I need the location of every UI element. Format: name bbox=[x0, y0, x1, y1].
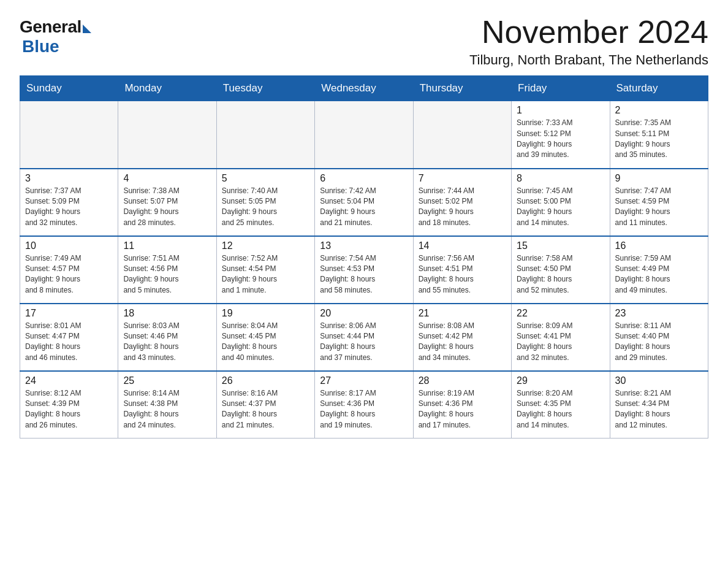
day-number: 18 bbox=[123, 308, 211, 319]
calendar-day-cell: 6Sunrise: 7:42 AM Sunset: 5:04 PM Daylig… bbox=[315, 169, 413, 236]
calendar-day-cell: 20Sunrise: 8:06 AM Sunset: 4:44 PM Dayli… bbox=[315, 304, 413, 371]
calendar-day-cell: 21Sunrise: 8:08 AM Sunset: 4:42 PM Dayli… bbox=[413, 304, 511, 371]
day-number: 19 bbox=[222, 308, 309, 319]
calendar-day-cell: 16Sunrise: 7:59 AM Sunset: 4:49 PM Dayli… bbox=[610, 236, 708, 304]
day-number: 16 bbox=[615, 240, 703, 251]
logo-blue-text: Blue bbox=[22, 37, 59, 56]
day-info: Sunrise: 7:35 AM Sunset: 5:11 PM Dayligh… bbox=[615, 118, 703, 161]
day-info: Sunrise: 7:52 AM Sunset: 4:54 PM Dayligh… bbox=[222, 253, 309, 296]
day-info: Sunrise: 7:49 AM Sunset: 4:57 PM Dayligh… bbox=[25, 253, 113, 296]
day-info: Sunrise: 7:56 AM Sunset: 4:51 PM Dayligh… bbox=[419, 253, 506, 296]
calendar-day-cell: 23Sunrise: 8:11 AM Sunset: 4:40 PM Dayli… bbox=[610, 304, 708, 371]
day-info: Sunrise: 7:45 AM Sunset: 5:00 PM Dayligh… bbox=[517, 186, 604, 229]
calendar-day-cell: 30Sunrise: 8:21 AM Sunset: 4:34 PM Dayli… bbox=[610, 371, 708, 439]
day-info: Sunrise: 7:59 AM Sunset: 4:49 PM Dayligh… bbox=[615, 253, 703, 296]
day-number: 20 bbox=[320, 308, 408, 319]
calendar-day-cell: 17Sunrise: 8:01 AM Sunset: 4:47 PM Dayli… bbox=[20, 304, 118, 371]
calendar-day-cell: 9Sunrise: 7:47 AM Sunset: 4:59 PM Daylig… bbox=[610, 169, 708, 236]
location-title: Tilburg, North Brabant, The Netherlands bbox=[469, 52, 708, 68]
weekday-header: Thursday bbox=[413, 76, 511, 101]
day-number: 9 bbox=[615, 173, 703, 184]
logo: General Blue bbox=[20, 15, 91, 56]
day-number: 5 bbox=[222, 173, 309, 184]
day-number: 23 bbox=[615, 308, 703, 319]
day-number: 1 bbox=[517, 105, 604, 116]
weekday-header: Tuesday bbox=[216, 76, 314, 101]
day-info: Sunrise: 8:06 AM Sunset: 4:44 PM Dayligh… bbox=[320, 321, 408, 364]
calendar-day-cell: 10Sunrise: 7:49 AM Sunset: 4:57 PM Dayli… bbox=[20, 236, 118, 304]
day-number: 26 bbox=[222, 375, 309, 386]
calendar-day-cell: 7Sunrise: 7:44 AM Sunset: 5:02 PM Daylig… bbox=[413, 169, 511, 236]
calendar-day-cell: 29Sunrise: 8:20 AM Sunset: 4:35 PM Dayli… bbox=[512, 371, 610, 439]
calendar-day-cell bbox=[216, 101, 314, 169]
day-info: Sunrise: 8:20 AM Sunset: 4:35 PM Dayligh… bbox=[517, 388, 604, 431]
calendar-day-cell: 25Sunrise: 8:14 AM Sunset: 4:38 PM Dayli… bbox=[118, 371, 216, 439]
day-info: Sunrise: 8:14 AM Sunset: 4:38 PM Dayligh… bbox=[123, 388, 211, 431]
day-info: Sunrise: 7:54 AM Sunset: 4:53 PM Dayligh… bbox=[320, 253, 408, 296]
day-info: Sunrise: 8:09 AM Sunset: 4:41 PM Dayligh… bbox=[517, 321, 604, 364]
day-number: 11 bbox=[123, 240, 211, 251]
day-info: Sunrise: 7:42 AM Sunset: 5:04 PM Dayligh… bbox=[320, 186, 408, 229]
day-number: 17 bbox=[25, 308, 113, 319]
day-info: Sunrise: 8:11 AM Sunset: 4:40 PM Dayligh… bbox=[615, 321, 703, 364]
day-number: 3 bbox=[25, 173, 113, 184]
calendar-week-row: 3Sunrise: 7:37 AM Sunset: 5:09 PM Daylig… bbox=[20, 169, 708, 236]
day-number: 24 bbox=[25, 375, 113, 386]
day-info: Sunrise: 8:19 AM Sunset: 4:36 PM Dayligh… bbox=[419, 388, 506, 431]
day-number: 2 bbox=[615, 105, 703, 116]
weekday-header: Sunday bbox=[20, 76, 118, 101]
day-number: 28 bbox=[419, 375, 506, 386]
day-number: 27 bbox=[320, 375, 408, 386]
weekday-header: Monday bbox=[118, 76, 216, 101]
page-header: General Blue November 2024 Tilburg, Nort… bbox=[20, 15, 708, 68]
calendar-day-cell: 19Sunrise: 8:04 AM Sunset: 4:45 PM Dayli… bbox=[216, 304, 314, 371]
calendar-day-cell: 4Sunrise: 7:38 AM Sunset: 5:07 PM Daylig… bbox=[118, 169, 216, 236]
title-block: November 2024 Tilburg, North Brabant, Th… bbox=[469, 15, 708, 68]
day-info: Sunrise: 7:47 AM Sunset: 4:59 PM Dayligh… bbox=[615, 186, 703, 229]
calendar-day-cell: 3Sunrise: 7:37 AM Sunset: 5:09 PM Daylig… bbox=[20, 169, 118, 236]
calendar-table: SundayMondayTuesdayWednesdayThursdayFrid… bbox=[20, 75, 708, 439]
day-info: Sunrise: 7:38 AM Sunset: 5:07 PM Dayligh… bbox=[123, 186, 211, 229]
day-info: Sunrise: 7:44 AM Sunset: 5:02 PM Dayligh… bbox=[419, 186, 506, 229]
day-info: Sunrise: 7:37 AM Sunset: 5:09 PM Dayligh… bbox=[25, 186, 113, 229]
day-info: Sunrise: 8:17 AM Sunset: 4:36 PM Dayligh… bbox=[320, 388, 408, 431]
calendar-week-row: 24Sunrise: 8:12 AM Sunset: 4:39 PM Dayli… bbox=[20, 371, 708, 439]
calendar-week-row: 10Sunrise: 7:49 AM Sunset: 4:57 PM Dayli… bbox=[20, 236, 708, 304]
weekday-header: Saturday bbox=[610, 76, 708, 101]
day-info: Sunrise: 8:01 AM Sunset: 4:47 PM Dayligh… bbox=[25, 321, 113, 364]
calendar-week-row: 17Sunrise: 8:01 AM Sunset: 4:47 PM Dayli… bbox=[20, 304, 708, 371]
day-info: Sunrise: 7:51 AM Sunset: 4:56 PM Dayligh… bbox=[123, 253, 211, 296]
calendar-day-cell: 28Sunrise: 8:19 AM Sunset: 4:36 PM Dayli… bbox=[413, 371, 511, 439]
day-number: 10 bbox=[25, 240, 113, 251]
day-number: 14 bbox=[419, 240, 506, 251]
day-info: Sunrise: 7:33 AM Sunset: 5:12 PM Dayligh… bbox=[517, 118, 604, 161]
calendar-day-cell: 14Sunrise: 7:56 AM Sunset: 4:51 PM Dayli… bbox=[413, 236, 511, 304]
day-number: 15 bbox=[517, 240, 604, 251]
calendar-day-cell: 24Sunrise: 8:12 AM Sunset: 4:39 PM Dayli… bbox=[20, 371, 118, 439]
calendar-header-row: SundayMondayTuesdayWednesdayThursdayFrid… bbox=[20, 76, 708, 101]
day-info: Sunrise: 8:04 AM Sunset: 4:45 PM Dayligh… bbox=[222, 321, 309, 364]
logo-general-text: General bbox=[20, 17, 82, 37]
day-info: Sunrise: 8:12 AM Sunset: 4:39 PM Dayligh… bbox=[25, 388, 113, 431]
day-number: 22 bbox=[517, 308, 604, 319]
day-info: Sunrise: 8:16 AM Sunset: 4:37 PM Dayligh… bbox=[222, 388, 309, 431]
calendar-day-cell: 15Sunrise: 7:58 AM Sunset: 4:50 PM Dayli… bbox=[512, 236, 610, 304]
day-info: Sunrise: 7:58 AM Sunset: 4:50 PM Dayligh… bbox=[517, 253, 604, 296]
day-number: 29 bbox=[517, 375, 604, 386]
calendar-day-cell: 18Sunrise: 8:03 AM Sunset: 4:46 PM Dayli… bbox=[118, 304, 216, 371]
day-number: 12 bbox=[222, 240, 309, 251]
calendar-day-cell: 26Sunrise: 8:16 AM Sunset: 4:37 PM Dayli… bbox=[216, 371, 314, 439]
calendar-day-cell: 13Sunrise: 7:54 AM Sunset: 4:53 PM Dayli… bbox=[315, 236, 413, 304]
calendar-day-cell bbox=[315, 101, 413, 169]
month-title: November 2024 bbox=[469, 15, 708, 50]
calendar-week-row: 1Sunrise: 7:33 AM Sunset: 5:12 PM Daylig… bbox=[20, 101, 708, 169]
calendar-day-cell: 5Sunrise: 7:40 AM Sunset: 5:05 PM Daylig… bbox=[216, 169, 314, 236]
calendar-day-cell: 1Sunrise: 7:33 AM Sunset: 5:12 PM Daylig… bbox=[512, 101, 610, 169]
calendar-day-cell: 11Sunrise: 7:51 AM Sunset: 4:56 PM Dayli… bbox=[118, 236, 216, 304]
calendar-day-cell: 2Sunrise: 7:35 AM Sunset: 5:11 PM Daylig… bbox=[610, 101, 708, 169]
calendar-day-cell: 27Sunrise: 8:17 AM Sunset: 4:36 PM Dayli… bbox=[315, 371, 413, 439]
day-number: 30 bbox=[615, 375, 703, 386]
day-info: Sunrise: 8:03 AM Sunset: 4:46 PM Dayligh… bbox=[123, 321, 211, 364]
weekday-header: Wednesday bbox=[315, 76, 413, 101]
day-number: 25 bbox=[123, 375, 211, 386]
